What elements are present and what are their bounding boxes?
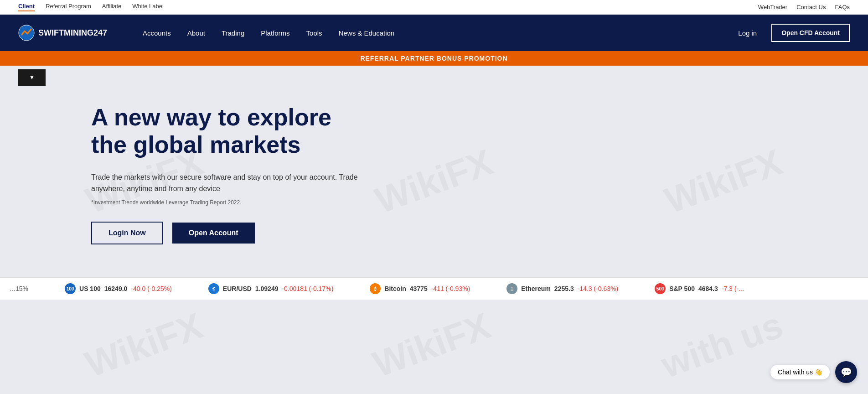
logo[interactable]: SWIFTMINING247 [18,25,107,41]
login-now-button[interactable]: Login Now [91,222,163,244]
nav-link-about[interactable]: About [179,15,213,51]
bottom-section: WikiFX WikiFX with us [0,300,868,391]
ticker-price: 2255.3 [554,285,574,292]
top-bar: ClientReferral ProgramAffiliateWhite Lab… [0,0,868,15]
ticker-item: 100US 10016249.0-40.0 (-0.25%) [56,283,181,294]
open-cfd-account-button[interactable]: Open CFD Account [771,24,850,42]
top-bar-right: WebTraderContact UsFAQs [758,4,850,10]
promo-text: REFERRAL PARTNER BONUS PROMOTION [360,55,507,62]
nav-link-tools[interactable]: Tools [298,15,331,51]
ticker-item: 500S&P 5004684.3-7.3 (-… [646,283,754,294]
topbar-right-link-contact-us[interactable]: Contact Us [796,4,826,10]
ticker-price: 43775 [410,285,428,292]
ticker-item: ₿Bitcoin43775-411 (-0.93%) [361,283,479,294]
ticker-change: -411 (-0.93%) [431,285,470,292]
main-nav: SWIFTMINING247 AccountsAboutTradingPlatf… [0,15,868,51]
bottom-watermark-text: with us [656,304,788,387]
ticker-icon: 100 [65,283,76,294]
open-account-button[interactable]: Open Account [172,223,255,244]
ticker-name: S&P 500 [669,285,695,292]
chat-widget: Chat with us 👋 💬 [770,361,857,383]
topbar-link-client[interactable]: Client [18,3,35,11]
ticker-icon: ₿ [370,283,381,294]
ticker-change: -7.3 (-… [722,285,745,292]
ticker-icon: € [208,283,219,294]
nav-links: AccountsAboutTradingPlatformsToolsNews &… [134,15,731,51]
topbar-link-affiliate[interactable]: Affiliate [102,3,121,11]
hero-content: A new way to explore the global markets … [91,104,365,244]
ticker-icon: Ξ [506,283,517,294]
topbar-link-referral-program[interactable]: Referral Program [46,3,91,11]
nav-link-platforms[interactable]: Platforms [253,15,298,51]
ticker-name: Bitcoin [384,285,406,292]
topbar-right-link-webtrader[interactable]: WebTrader [758,4,787,10]
ticker-item: …15% [0,285,37,292]
topbar-link-white-label[interactable]: White Label [132,3,164,11]
ticker-price: 1.09249 [255,285,279,292]
ticker-name: US 100 [79,285,101,292]
nav-actions: Log in Open CFD Account [731,24,850,42]
nav-link-news--education[interactable]: News & Education [331,15,403,51]
promo-banner: REFERRAL PARTNER BONUS PROMOTION [0,51,868,66]
chat-button[interactable]: 💬 [835,361,857,383]
chevron-down-icon: ▼ [29,74,35,81]
topbar-right-link-faqs[interactable]: FAQs [835,4,850,10]
logo-icon [18,25,35,41]
ticker-price: 4684.3 [698,285,718,292]
hero-headline-line1: A new way to explore [91,104,331,130]
hero-headline-line2: the global markets [91,131,300,158]
ticker-item: ΞEthereum2255.3-14.3 (-0.63%) [497,283,627,294]
hero-section: WikiFX WikiFX WikiFX A new way to explor… [0,86,868,277]
ticker-bar: …15%100US 10016249.0-40.0 (-0.25%)€EUR/U… [0,277,868,300]
ticker-change: -0.00181 (-0.17%) [282,285,333,292]
hero-buttons: Login Now Open Account [91,222,365,244]
chat-label: Chat with us 👋 [770,365,830,379]
nav-link-accounts[interactable]: Accounts [134,15,179,51]
login-button[interactable]: Log in [731,26,764,41]
hero-disclaimer: *Investment Trends worldwide Leverage Tr… [91,198,365,207]
chat-icon: 💬 [841,367,852,378]
ticker-price: 16249.0 [104,285,128,292]
top-bar-left: ClientReferral ProgramAffiliateWhite Lab… [18,3,164,11]
dropdown-indicator[interactable]: ▼ [18,69,46,86]
ticker-change: -40.0 (-0.25%) [131,285,171,292]
ticker-change: -14.3 (-0.63%) [578,285,618,292]
hero-description: Trade the markets with our secure softwa… [91,171,365,195]
ticker-name: EUR/USD [223,285,252,292]
ticker-icon: 500 [655,283,666,294]
nav-link-trading[interactable]: Trading [213,15,253,51]
logo-text: SWIFTMINING247 [38,28,107,38]
bottom-watermark-container: WikiFX WikiFX with us [0,300,868,391]
ticker-name: Ethereum [521,285,551,292]
hero-headline: A new way to explore the global markets [91,104,365,159]
ticker-item: €EUR/USD1.09249-0.00181 (-0.17%) [199,283,342,294]
